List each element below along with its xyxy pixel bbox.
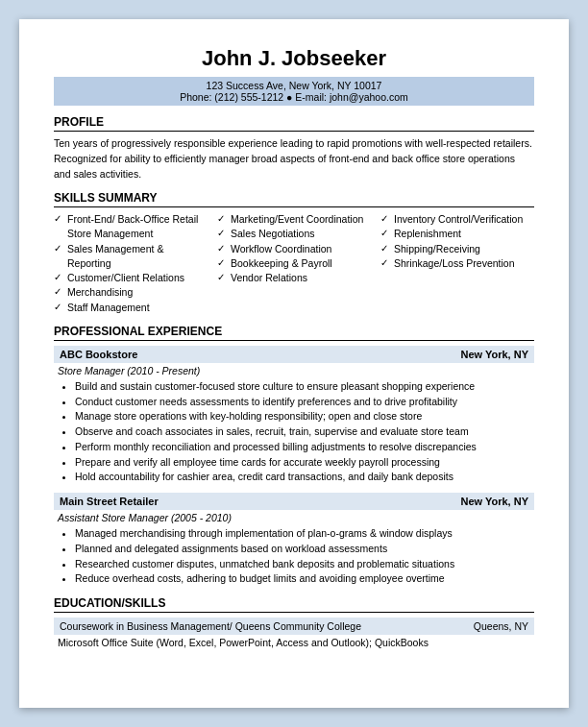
skill-item: Bookkeeping & Payroll: [217, 256, 371, 271]
skill-item: Customer/Client Relations: [54, 271, 208, 285]
bullet-item: Reduce overhead costs, adhering to budge…: [75, 571, 534, 587]
skills-col-2: Marketing/Event Coordination Sales Negot…: [217, 212, 371, 315]
skill-item: Front-End/ Back-Office Retail Store Mana…: [54, 212, 208, 241]
address: 123 Success Ave, New York, NY 10017: [207, 80, 382, 91]
bullet-item: Prepare and verify all employee time car…: [75, 455, 534, 471]
bullet-item: Perform monthly reconciliation and proce…: [75, 440, 534, 455]
skill-item: Shipping/Receiving: [380, 242, 534, 256]
skill-item: Inventory Control/Verification: [380, 212, 534, 227]
skill-item: Staff Management: [54, 301, 208, 315]
profile-text: Ten years of progressively responsible e…: [54, 136, 534, 182]
job-title-1: Store Manager (2010 - Present): [54, 365, 534, 376]
job-bullets-1: Build and sustain customer-focused store…: [54, 379, 534, 485]
skill-item: Marketing/Event Coordination: [217, 212, 371, 227]
skill-item: Shrinkage/Loss Prevention: [380, 256, 534, 271]
skill-item: Sales Negotiations: [217, 227, 371, 241]
bullet-item: Conduct customer needs assessments to id…: [75, 395, 534, 410]
education-title: EDUCATION/SKILLS: [54, 596, 534, 613]
bullet-item: Manage store operations with key-holding…: [75, 409, 534, 424]
job-entry-2: Main Street Retailer New York, NY Assist…: [54, 493, 534, 587]
skills-title: SKILLS SUMMARY: [54, 191, 534, 207]
job-location-1: New York, NY: [460, 349, 528, 360]
coursework: Coursework in Business Management/ Queen…: [60, 620, 361, 632]
skill-item: Merchandising: [54, 285, 208, 300]
skills-col-1: Front-End/ Back-Office Retail Store Mana…: [54, 212, 208, 315]
skills-grid: Front-End/ Back-Office Retail Store Mana…: [54, 212, 534, 315]
job-bullets-2: Managed merchandising through implementa…: [54, 526, 534, 587]
bullet-item: Researched customer disputes, unmatched …: [75, 557, 534, 572]
skill-item: Vendor Relations: [217, 271, 371, 285]
company-name-1: ABC Bookstore: [60, 349, 137, 360]
skill-item: Workflow Coordination: [217, 242, 371, 256]
job-entry-1: ABC Bookstore New York, NY Store Manager…: [54, 346, 534, 485]
software-text: Microsoft Office Suite (Word, Excel, Pow…: [54, 637, 534, 648]
skills-col-3: Inventory Control/Verification Replenish…: [380, 212, 534, 315]
job-title-2: Assistant Store Manager (2005 - 2010): [54, 512, 534, 523]
education-row: Coursework in Business Management/ Queen…: [60, 620, 528, 632]
contact-bar: 123 Success Ave, New York, NY 10017 Phon…: [54, 77, 534, 106]
bullet-item: Build and sustain customer-focused store…: [75, 379, 534, 395]
contact-info: Phone: (212) 555-1212 ● E-mail: john@yah…: [180, 91, 408, 103]
profile-title: PROFILE: [54, 115, 534, 132]
resume-page: John J. Jobseeker 123 Success Ave, New Y…: [19, 19, 569, 708]
company-name-2: Main Street Retailer: [60, 496, 159, 507]
job-header-2: Main Street Retailer New York, NY: [54, 493, 534, 510]
job-location-2: New York, NY: [460, 496, 528, 507]
bullet-item: Planned and delegated assignments based …: [75, 542, 534, 557]
job-header-1: ABC Bookstore New York, NY: [54, 346, 534, 363]
skill-item: Sales Management & Reporting: [54, 242, 208, 271]
experience-title: PROFESSIONAL EXPERIENCE: [54, 325, 534, 341]
bullet-item: Observe and coach associates in sales, r…: [75, 424, 534, 440]
skill-item: Replenishment: [380, 227, 534, 241]
header: John J. Jobseeker: [54, 46, 534, 71]
bullet-item: Managed merchandising through implementa…: [75, 526, 534, 542]
education-bar: Coursework in Business Management/ Queen…: [54, 618, 534, 635]
bullet-item: Hold accountability for cashier area, cr…: [75, 470, 534, 485]
edu-location: Queens, NY: [474, 620, 528, 632]
full-name: John J. Jobseeker: [54, 46, 534, 71]
